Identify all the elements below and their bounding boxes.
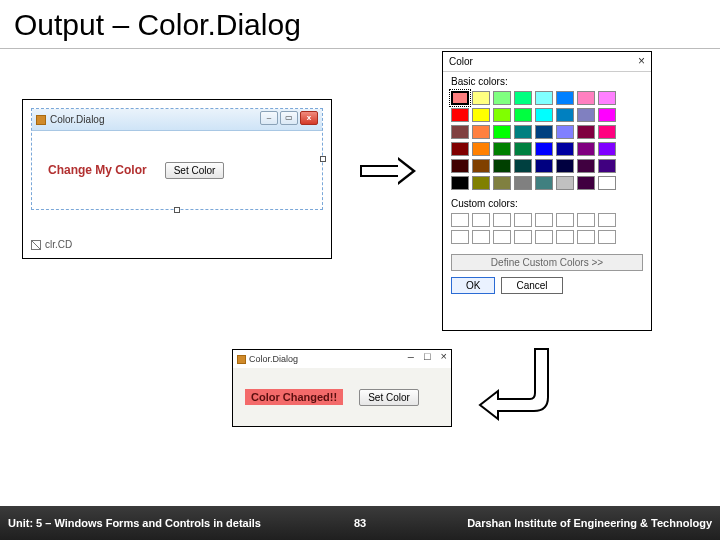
basic-colors-label: Basic colors: bbox=[443, 72, 651, 87]
color-swatch[interactable] bbox=[598, 142, 616, 156]
custom-color-slot[interactable] bbox=[514, 213, 532, 227]
color-swatch[interactable] bbox=[472, 108, 490, 122]
color-swatch[interactable] bbox=[577, 176, 595, 190]
color-swatch[interactable] bbox=[514, 176, 532, 190]
color-swatch[interactable] bbox=[514, 91, 532, 105]
color-swatch[interactable] bbox=[493, 159, 511, 173]
custom-color-slot[interactable] bbox=[451, 213, 469, 227]
set-color-button[interactable]: Set Color bbox=[359, 389, 419, 406]
color-swatch[interactable] bbox=[472, 159, 490, 173]
custom-color-slot[interactable] bbox=[472, 213, 490, 227]
color-swatch[interactable] bbox=[514, 142, 532, 156]
form-icon bbox=[36, 115, 46, 125]
color-swatch[interactable] bbox=[535, 125, 553, 139]
form-designer-window: Color.Dialog – ▭ x Change My Color Set C… bbox=[22, 99, 332, 259]
color-swatch[interactable] bbox=[577, 108, 595, 122]
color-swatch[interactable] bbox=[514, 108, 532, 122]
form1-titlebar: Color.Dialog – ▭ x bbox=[32, 109, 322, 131]
close-icon[interactable]: × bbox=[441, 350, 447, 362]
close-button[interactable]: x bbox=[300, 111, 318, 125]
color-swatch[interactable] bbox=[451, 142, 469, 156]
form2-titlebar: Color.Dialog – □ × bbox=[233, 350, 451, 368]
custom-color-slot[interactable] bbox=[535, 230, 553, 244]
form1-client-area: Change My Color Set Color bbox=[32, 131, 322, 209]
color-swatch[interactable] bbox=[451, 176, 469, 190]
color-swatch[interactable] bbox=[472, 142, 490, 156]
custom-color-slot[interactable] bbox=[535, 213, 553, 227]
color-swatch[interactable] bbox=[556, 176, 574, 190]
custom-color-slot[interactable] bbox=[493, 230, 511, 244]
custom-color-slot[interactable] bbox=[598, 213, 616, 227]
custom-color-slot[interactable] bbox=[472, 230, 490, 244]
form2-title-text: Color.Dialog bbox=[249, 354, 298, 364]
color-swatch[interactable] bbox=[556, 159, 574, 173]
color-swatch[interactable] bbox=[577, 159, 595, 173]
footer-org: Darshan Institute of Engineering & Techn… bbox=[390, 517, 720, 529]
color-swatch[interactable] bbox=[493, 176, 511, 190]
custom-color-slot[interactable] bbox=[577, 230, 595, 244]
color-swatch[interactable] bbox=[598, 159, 616, 173]
color-swatch[interactable] bbox=[598, 108, 616, 122]
color-swatch[interactable] bbox=[493, 91, 511, 105]
arrow-curve-icon bbox=[480, 349, 550, 419]
set-color-button[interactable]: Set Color bbox=[165, 162, 225, 179]
custom-color-slot[interactable] bbox=[514, 230, 532, 244]
slide-content: Color.Dialog – ▭ x Change My Color Set C… bbox=[0, 49, 720, 489]
color-swatch[interactable] bbox=[451, 108, 469, 122]
custom-colors-grid bbox=[443, 209, 651, 252]
cancel-button[interactable]: Cancel bbox=[501, 277, 562, 294]
arrow-right-icon bbox=[360, 159, 420, 185]
color-swatch[interactable] bbox=[493, 125, 511, 139]
custom-color-slot[interactable] bbox=[556, 213, 574, 227]
color-swatch[interactable] bbox=[493, 142, 511, 156]
color-swatch[interactable] bbox=[472, 176, 490, 190]
color-swatch[interactable] bbox=[598, 176, 616, 190]
color-swatch[interactable] bbox=[598, 125, 616, 139]
define-custom-colors-button[interactable]: Define Custom Colors >> bbox=[451, 254, 643, 271]
color-swatch[interactable] bbox=[472, 91, 490, 105]
color-swatch[interactable] bbox=[598, 91, 616, 105]
custom-color-slot[interactable] bbox=[451, 230, 469, 244]
color-swatch[interactable] bbox=[535, 142, 553, 156]
color-swatch[interactable] bbox=[451, 159, 469, 173]
footer-page-number: 83 bbox=[330, 517, 390, 529]
form1-title-text: Color.Dialog bbox=[50, 114, 104, 125]
ok-button[interactable]: OK bbox=[451, 277, 495, 294]
footer-unit: Unit: 5 – Windows Forms and Controls in … bbox=[0, 517, 330, 529]
form-designer-selection: Color.Dialog – ▭ x Change My Color Set C… bbox=[31, 108, 323, 210]
color-swatch[interactable] bbox=[535, 176, 553, 190]
form2-system-buttons: – □ × bbox=[408, 350, 447, 362]
resize-handle-right[interactable] bbox=[320, 156, 326, 162]
color-dialog-window: Color × Basic colors: Custom colors: Def… bbox=[442, 51, 652, 331]
custom-color-slot[interactable] bbox=[493, 213, 511, 227]
color-swatch[interactable] bbox=[514, 159, 532, 173]
resize-handle-bottom[interactable] bbox=[174, 207, 180, 213]
color-swatch[interactable] bbox=[535, 108, 553, 122]
color-swatch[interactable] bbox=[514, 125, 532, 139]
maximize-button[interactable]: ▭ bbox=[280, 111, 298, 125]
close-icon[interactable]: × bbox=[638, 54, 645, 68]
maximize-icon[interactable]: □ bbox=[424, 350, 431, 362]
color-swatch[interactable] bbox=[556, 108, 574, 122]
color-swatch[interactable] bbox=[577, 91, 595, 105]
color-swatch[interactable] bbox=[556, 91, 574, 105]
color-swatch[interactable] bbox=[493, 108, 511, 122]
color-swatch[interactable] bbox=[556, 142, 574, 156]
color-swatch[interactable] bbox=[556, 125, 574, 139]
color-dialog-titlebar: Color × bbox=[443, 52, 651, 72]
color-swatch[interactable] bbox=[535, 91, 553, 105]
custom-color-slot[interactable] bbox=[598, 230, 616, 244]
custom-color-slot[interactable] bbox=[556, 230, 574, 244]
slide-footer: Unit: 5 – Windows Forms and Controls in … bbox=[0, 506, 720, 540]
custom-color-slot[interactable] bbox=[577, 213, 595, 227]
slide-title: Output – Color.Dialog bbox=[0, 0, 720, 49]
color-swatch[interactable] bbox=[451, 91, 469, 105]
color-swatch[interactable] bbox=[577, 142, 595, 156]
color-swatch[interactable] bbox=[451, 125, 469, 139]
minimize-button[interactable]: – bbox=[260, 111, 278, 125]
color-swatch[interactable] bbox=[577, 125, 595, 139]
color-swatch[interactable] bbox=[535, 159, 553, 173]
component-tray: clr.CD bbox=[31, 239, 72, 250]
color-swatch[interactable] bbox=[472, 125, 490, 139]
minimize-icon[interactable]: – bbox=[408, 350, 414, 362]
